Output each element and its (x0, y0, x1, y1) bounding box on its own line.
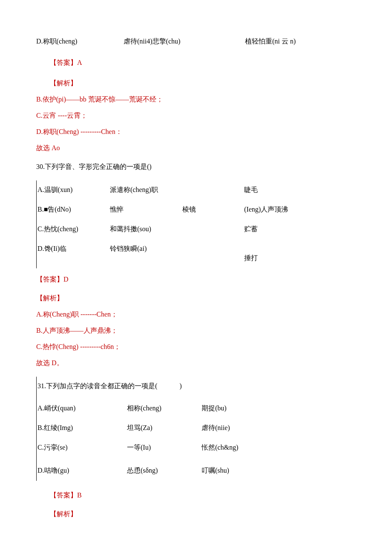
explain-30-b: B.人声顶沸——人声鼎沸； (36, 325, 358, 336)
q30-b-1: B.■告(dNo) (37, 204, 110, 215)
q30-d-2: 铃铛狭瞬(ai) (110, 244, 182, 254)
q30-a-2: 派遣称(cheng)职 (110, 185, 182, 195)
q30-b-4: (Ieng)人声顶沸 (244, 204, 288, 215)
q31-c-3: 怅然(ch&ng) (202, 442, 238, 453)
q30-c-4: 贮蓄 (244, 224, 258, 234)
q31-b-1: B.红绫(Img) (37, 423, 127, 433)
explain-29-d: D.称职(Cheng) ---------Chen： (36, 127, 358, 137)
q31-a-2: 相称(cheng) (127, 403, 202, 413)
q31-a-3: 期捉(bu) (202, 403, 227, 413)
q31-row-b: B.红绫(Img) 坦骂(Za) 虐待(niie) (37, 418, 358, 438)
q31-d-3: 叮嘱(shu) (202, 465, 229, 476)
q31-b-2: 坦骂(Za) (127, 423, 202, 433)
explain-label-29: 【解析】 (36, 78, 358, 88)
answer-29: 【答案】A (36, 58, 358, 68)
q30-c-1: C.热忱(cheng) (37, 224, 110, 234)
conclusion-29: 故选 Ao (36, 143, 358, 153)
q30-row-a: A.温驯(xun) 派遣称(cheng)职 睫毛 (37, 180, 358, 200)
q30-row-d: D.馋(Ii)临 铃铛狭瞬(ai) 捶打 (37, 239, 358, 268)
explain-30-a: A.称(Cheng)职 -------Chen； (36, 309, 358, 320)
q31-row-c: C.污挛(se) 一等(Iu) 怅然(ch&ng) (37, 438, 358, 458)
q29-option-d: D.称职(cheng) 虐待(nii4)悲擎(chu) 植轻怕重(ni 云 n) (36, 36, 358, 46)
explain-label-30: 【解析】 (36, 293, 358, 303)
q31-row-a: A.峭伏(quan) 相称(cheng) 期捉(bu) (37, 399, 358, 418)
question-30: 30.下列字音、字形完全正确的一项是() (36, 162, 358, 172)
q31-b-3: 虐待(niie) (202, 423, 230, 433)
q31-a-1: A.峭伏(quan) (37, 403, 127, 413)
q30-a-1: A.温驯(xun) (37, 185, 110, 195)
q31-text: 31.下列加点字的读音全都正确的一项是( ) (37, 381, 182, 391)
q29-d-2: 虐待(nii4)悲擎(chu) (124, 36, 245, 46)
q30-b-3: 棱镜 (182, 204, 244, 215)
conclusion-30: 故选 D。 (36, 358, 358, 368)
q29-d-3: 植轻怕重(ni 云 n) (245, 36, 296, 46)
q31-c-1: C.污挛(se) (37, 442, 127, 453)
answer-31: 【答案】B (36, 490, 358, 500)
q30-a-3 (182, 185, 244, 195)
explain-30-c: C.热悖(Cheng) ---------ch6n； (36, 342, 358, 352)
question-31: 31.下列加点字的读音全都正确的一项是( ) (37, 377, 358, 399)
q31-d-1: D.咕噜(gu) (37, 465, 127, 476)
explain-29-b: B.依护(pi)——bb 荒诞不惊——荒诞不经； (36, 94, 358, 105)
q31-row-d: D.咕噜(gu) 怂恿(sδng) 叮嘱(shu) (37, 458, 358, 481)
q30-c-2: 和蔼抖擞(sou) (110, 224, 182, 234)
q30-options-table: A.温驯(xun) 派遣称(cheng)职 睫毛 B.■告(dNo) 憔悴 棱镜… (36, 180, 358, 268)
q31-d-2: 怂恿(sδng) (127, 465, 202, 476)
q31-block: 31.下列加点字的读音全都正确的一项是( ) A.峭伏(quan) 相称(che… (36, 377, 358, 481)
q29-d-1: D.称职(cheng) (36, 36, 124, 46)
explain-29-c: C.云宵 ----云霄； (36, 110, 358, 121)
q30-row-b: B.■告(dNo) 憔悴 棱镜 (Ieng)人声顶沸 (37, 200, 358, 220)
answer-30: 【答案】D (36, 274, 358, 285)
q30-row-c: C.热忱(cheng) 和蔼抖擞(sou) 贮蓄 (37, 220, 358, 239)
q30-d-4: 捶打 (244, 244, 258, 263)
q30-a-4: 睫毛 (244, 185, 258, 195)
q30-b-2: 憔悴 (110, 204, 182, 215)
explain-label-31: 【解析】 (36, 509, 358, 519)
q30-c-3 (182, 224, 244, 234)
q31-c-2: 一等(Iu) (127, 442, 202, 453)
q30-d-1: D.馋(Ii)临 (37, 244, 110, 254)
